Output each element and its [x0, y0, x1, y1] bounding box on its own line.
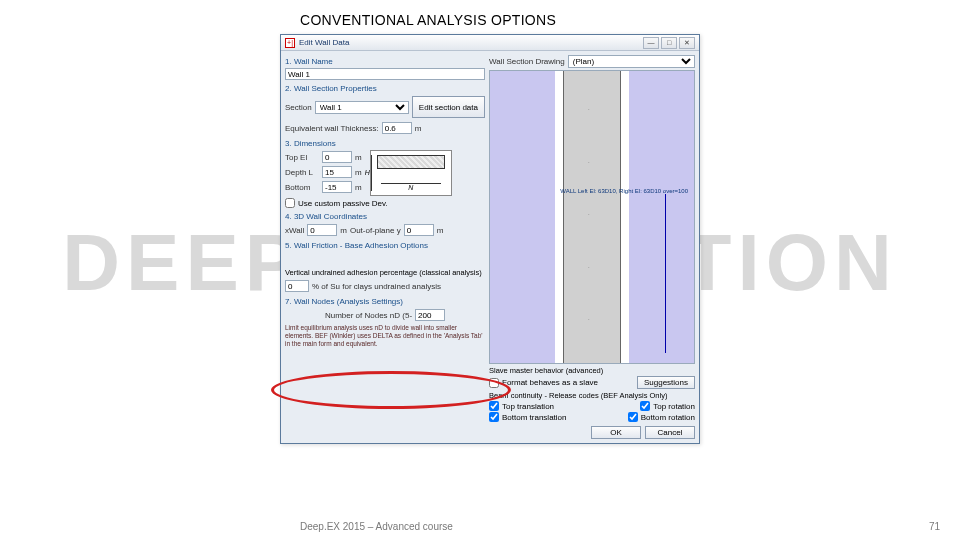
titlebar: +| Edit Wall Data — □ ✕	[281, 35, 699, 51]
edit-wall-dialog: +| Edit Wall Data — □ ✕ 1. Wall Name 2. …	[280, 34, 700, 444]
wall-info-text: WALL Left El: 63D10, Right El: 63D10 ove…	[560, 188, 688, 194]
section-7-header: 7. Wall Nodes (Analysis Settings)	[285, 295, 485, 306]
minimize-button[interactable]: —	[643, 37, 659, 49]
section-1-header: 1. Wall Name	[285, 55, 485, 66]
ok-button[interactable]: OK	[591, 426, 641, 439]
outofplane-input[interactable]	[404, 224, 434, 236]
nodes-note: Limit equilibrium analysis uses nD to di…	[285, 324, 485, 348]
bottom-translation-checkbox[interactable]	[489, 412, 499, 422]
preview-view-select[interactable]: (Plan)	[568, 55, 695, 68]
section-5-header: 5. Wall Friction - Base Adhesion Options	[285, 239, 485, 250]
bottom-input[interactable]	[322, 181, 352, 193]
top-el-label: Top El	[285, 153, 319, 162]
depth-input[interactable]	[322, 166, 352, 178]
footer-text: Deep.EX 2015 – Advanced course	[300, 521, 453, 532]
dialog-title: Edit Wall Data	[299, 38, 349, 47]
outofplane-label: Out-of-plane y	[350, 226, 401, 235]
adhesion-unit: % of Su for clays undrained analysis	[312, 282, 441, 291]
top-translation-checkbox[interactable]	[489, 401, 499, 411]
page-number: 71	[929, 521, 940, 532]
xwall-input[interactable]	[307, 224, 337, 236]
adhesion-input[interactable]	[285, 280, 309, 292]
bottom-label: Bottom	[285, 183, 319, 192]
suggestions-button[interactable]: Suggestions	[637, 376, 695, 389]
dimension-diagram: N H	[370, 150, 452, 196]
section-label: Section	[285, 103, 312, 112]
cancel-button[interactable]: Cancel	[645, 426, 695, 439]
slave-checkbox[interactable]	[489, 378, 499, 388]
nodes-label: Number of Nodes nD (5-	[325, 311, 412, 320]
wall-icon: +|	[285, 38, 295, 48]
bottom-rotation-checkbox[interactable]	[628, 412, 638, 422]
close-button[interactable]: ✕	[679, 37, 695, 49]
eq-thickness-label: Equivalent wall Thickness:	[285, 124, 379, 133]
xwall-label: xWall	[285, 226, 304, 235]
wall-name-input[interactable]	[285, 68, 485, 80]
section-2-header: 2. Wall Section Properties	[285, 82, 485, 93]
custom-passive-checkbox[interactable]	[285, 198, 295, 208]
page-title: CONVENTIONAL ANALYSIS OPTIONS	[300, 12, 556, 28]
eq-thickness-unit: m	[415, 124, 422, 133]
depth-label: Depth L	[285, 168, 319, 177]
section-select[interactable]: Wall 1	[315, 101, 409, 114]
wall-preview: · · · · · WALL Left El: 63D10, Right El:…	[489, 70, 695, 364]
eq-thickness-input[interactable]	[382, 122, 412, 134]
nodes-input[interactable]	[415, 309, 445, 321]
top-rotation-checkbox[interactable]	[640, 401, 650, 411]
section-3-header: 3. Dimensions	[285, 137, 485, 148]
edit-section-button[interactable]: Edit section data	[412, 96, 485, 118]
annotation-circle	[271, 371, 511, 409]
custom-passive-label: Use custom passive Dev.	[298, 199, 388, 208]
beam-header: Beam continuity - Release codes (BEF Ana…	[489, 391, 695, 400]
top-el-input[interactable]	[322, 151, 352, 163]
slave-header: Slave master behavior (advanced)	[489, 366, 695, 375]
maximize-button[interactable]: □	[661, 37, 677, 49]
adhesion-label: Vertical undrained adhesion percentage (…	[285, 268, 485, 277]
section-4-header: 4. 3D Wall Coordinates	[285, 210, 485, 221]
preview-header: Wall Section Drawing	[489, 57, 565, 66]
